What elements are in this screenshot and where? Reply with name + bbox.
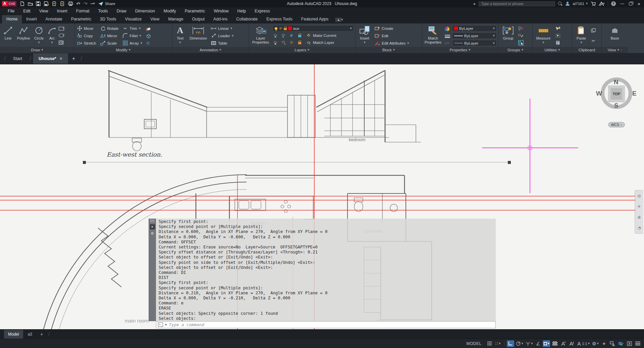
layer-isolate-icon[interactable] [273,33,278,38]
command-window-customize-icon[interactable]: ⚙ [151,231,154,236]
array-dropdown-icon[interactable]: ▼ [141,42,142,45]
menu-window[interactable]: Window [209,9,233,13]
search-icon[interactable] [558,2,562,6]
insert-button[interactable]: Insert ▼ [357,24,372,47]
edit-attributes-dropdown-icon[interactable]: ▼ [407,42,409,45]
measure-button[interactable]: Measure ▼ [534,24,553,47]
qat-customize-button[interactable]: ▼ [91,2,95,5]
ribbon-tab-visualize[interactable]: Visualize [121,15,146,23]
menu-help[interactable]: Help [233,9,251,13]
wcs-dropdown[interactable]: WCS▼ [608,122,625,127]
insert-dropdown-icon[interactable]: ▼ [364,41,365,45]
menu-view[interactable]: View [35,9,53,13]
undo-button[interactable]: ↶▼ [76,1,80,6]
viewcube-east[interactable]: E [632,90,637,97]
file-tab-uhouse[interactable]: Uhouse* ✕ [33,53,68,64]
save-to-web-icon[interactable] [60,1,65,6]
create-block-button[interactable]: Create [374,25,410,32]
cut-clip-button[interactable]: ✂ [591,38,596,44]
help-button[interactable]: ?▼ [611,1,616,6]
layer-off-icon[interactable] [273,40,278,45]
table-button[interactable]: Table [210,40,234,47]
ribbon-minimize-button[interactable]: ▲▼ [335,18,343,22]
base-button[interactable]: Base [607,24,622,47]
dimension-button[interactable]: Dimension [188,24,209,47]
circle-dropdown-icon[interactable]: ▼ [38,41,40,45]
command-input[interactable]: >_ ▼ Type a command [156,321,496,328]
ribbon-tab-view[interactable]: View [146,15,164,23]
command-window-close-icon[interactable]: ✕ [150,224,155,229]
paste-button[interactable]: Paste ▼ [574,24,589,47]
viewcube-west[interactable]: W [596,90,602,97]
group-button[interactable]: Group [500,24,517,47]
ribbon-tab-featured-apps[interactable]: Featured Apps [297,15,333,23]
layer-freeze-icon[interactable]: ❄ [289,33,294,38]
ribbon-tab-insert[interactable]: Insert [22,15,41,23]
save-icon[interactable] [36,1,41,6]
paste-dropdown-icon[interactable]: ▼ [580,41,582,45]
menu-express[interactable]: Express [250,9,274,13]
layer-match-icon[interactable] [281,40,286,45]
isodraft-toggle[interactable]: ▼ [525,340,533,347]
drawing-canvas[interactable]: East-west section. bedroom kitchen bathr… [0,64,644,329]
command-recent-chevron-icon[interactable]: ▼ [165,324,167,326]
layer-properties-button[interactable]: Layer Properties [250,24,271,47]
viewcube-north[interactable]: N [614,78,619,86]
isolate-objects-button[interactable] [609,340,616,347]
menu-tools[interactable]: Tools [94,9,112,13]
graphics-performance-button[interactable] [617,340,625,347]
ribbon-tab-collaborate[interactable]: Collaborate [232,15,262,23]
menu-insert[interactable]: Insert [53,9,72,13]
ribbon-tab-parametric[interactable]: Parametric [67,15,96,23]
group-edit-button[interactable] [518,33,524,39]
ribbon-tab-output[interactable]: Output [187,15,209,23]
copy-button[interactable]: Copy [76,32,97,39]
trim-dropdown-icon[interactable]: ▼ [139,27,141,30]
match-properties-button[interactable]: Match Properties [423,24,443,47]
save-as-icon[interactable] [44,1,49,6]
menu-dimension[interactable]: Dimension [131,9,159,13]
model-space-indicator[interactable]: MODEL [466,341,481,346]
ribbon-tab-express-tools[interactable]: Express Tools [262,15,297,23]
ribbon-tab-3d-tools[interactable]: 3D Tools [96,15,120,23]
copy-clip-button[interactable] [591,28,596,33]
select-similar-button[interactable] [555,33,560,39]
linear-dropdown-icon[interactable]: ▼ [230,27,232,30]
new-file-icon[interactable] [20,1,25,6]
fillet-button[interactable]: Fillet▼ [121,32,143,39]
viewcube-top-face[interactable]: TOP [608,85,625,103]
ungroup-button[interactable] [518,26,524,32]
edit-block-button[interactable]: Edit [374,32,410,39]
move-button[interactable]: Move [76,25,97,32]
grid-toggle[interactable] [486,340,493,347]
annotation-scale-button[interactable]: 1:1▼ [576,340,590,347]
erase-button[interactable] [146,26,151,32]
hatch-tool-button[interactable]: ▼ [59,41,64,45]
line-button[interactable]: Line [1,24,15,47]
trim-button[interactable]: ✂Trim▼ [121,25,143,32]
new-drawing-tab-button[interactable]: + [69,56,78,62]
new-layout-button[interactable]: + [37,332,46,337]
panel-label-view[interactable]: View▼» [602,47,628,53]
text-button[interactable]: A Text ▼ [174,24,186,47]
rotate-button[interactable]: Rotate [99,25,119,32]
stretch-button[interactable]: Stretch [76,40,97,47]
lineweight-dropdown[interactable]: ByLayer ▼ [452,33,497,39]
linear-button[interactable]: Linear▼ [210,25,234,32]
minimize-button[interactable]: — [619,1,625,6]
panel-label-layers[interactable]: Layers▼ [249,47,355,53]
menu-draw[interactable]: Draw [112,9,131,13]
fillet-dropdown-icon[interactable]: ▼ [140,35,141,37]
nav-wheel-icon[interactable]: ◎ [637,193,641,198]
ribbon-tab-home[interactable]: Home [2,15,22,23]
username[interactable]: al7161 [573,2,584,6]
user-menu-chevron-icon[interactable]: ▼ [586,2,588,5]
search-input[interactable] [479,1,555,6]
otrack-toggle[interactable]: ∠ [534,340,542,347]
group-selection-toggle[interactable] [518,40,524,46]
share-button[interactable]: Share [98,2,115,6]
arc-button[interactable]: Arc ▼ [46,24,58,47]
clean-screen-button[interactable] [626,340,633,347]
ribbon-tab-annotate[interactable]: Annotate [41,15,67,23]
explode-button[interactable] [146,33,151,39]
